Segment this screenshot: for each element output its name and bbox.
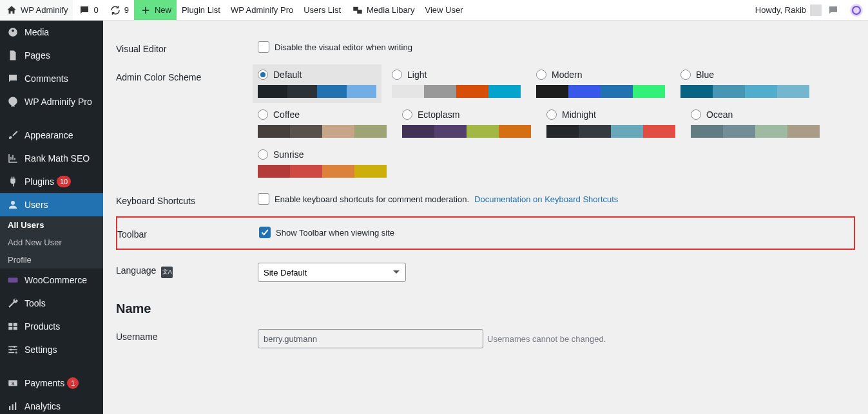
keyboard-shortcuts-doc-link[interactable]: Documentation on Keyboard Shortcuts (474, 194, 618, 204)
menu-item-woocommerce[interactable]: WooCommerce (0, 268, 103, 292)
site-home-link[interactable]: WP Adminify (0, 0, 73, 20)
menu-label: Settings (24, 344, 57, 355)
color-scheme-ectoplasm[interactable]: Ectoplasm (402, 109, 531, 138)
keyboard-shortcuts-desc: Enable keyboard shortcuts for comment mo… (275, 194, 469, 204)
chart-icon (6, 152, 19, 165)
svg-rect-3 (8, 278, 18, 283)
woo-icon (6, 274, 19, 287)
main-content: Visual Editor Disable the visual editor … (103, 21, 868, 369)
submenu-item[interactable]: Profile (0, 251, 103, 268)
notification-badge[interactable] (850, 4, 863, 17)
scheme-radio[interactable] (680, 70, 691, 80)
comment-icon (78, 4, 91, 17)
menu-item-comments[interactable]: Comments (0, 67, 103, 90)
color-scheme-modern[interactable]: Modern (536, 70, 665, 98)
scheme-label: Sunrise (273, 149, 304, 160)
swatch-row (536, 85, 665, 98)
admin-topbar: WP Adminify 0 9 New Plugin List WP Admin… (0, 0, 868, 21)
color-scheme-midnight[interactable]: Midnight (546, 109, 675, 138)
menu-label: Products (24, 321, 60, 332)
svg-rect-6 (8, 327, 12, 330)
scheme-label: Default (273, 70, 302, 80)
topbar-link[interactable]: Plugin List (177, 0, 226, 20)
scheme-radio[interactable] (258, 70, 268, 80)
color-scheme-ocean[interactable]: Ocean (691, 109, 820, 138)
user-icon (6, 198, 19, 211)
submenu-item[interactable]: Add New User (0, 234, 103, 251)
color-scheme-blue[interactable]: Blue (680, 70, 809, 98)
translate-icon: 文A (161, 267, 173, 278)
new-button[interactable]: New (134, 0, 177, 20)
scheme-radio[interactable] (392, 70, 402, 80)
products-icon (6, 320, 19, 333)
menu-item-products[interactable]: Products (0, 315, 103, 338)
swatch-row (258, 165, 387, 178)
svg-rect-1 (357, 10, 362, 14)
menu-item-users[interactable]: Users (0, 193, 103, 216)
menu-item-rank-math-seo[interactable]: Rank Math SEO (0, 147, 103, 170)
menu-item-settings[interactable]: Settings (0, 338, 103, 361)
swatch-row (392, 85, 521, 98)
menu-label: Comments (24, 73, 68, 84)
scheme-radio[interactable] (258, 109, 268, 120)
svg-rect-7 (14, 327, 17, 330)
color-scheme-sunrise[interactable]: Sunrise (258, 149, 387, 178)
admin-sidebar: MediaPagesCommentsWP Adminify ProAppeara… (0, 21, 103, 369)
svg-rect-5 (14, 323, 17, 326)
submenu-item[interactable]: All Users (0, 216, 103, 234)
menu-item-pages[interactable]: Pages (0, 44, 103, 67)
menu-item-media[interactable]: Media (0, 21, 103, 44)
scheme-radio[interactable] (402, 109, 412, 120)
keyboard-shortcuts-checkbox[interactable] (258, 193, 269, 205)
menu-label: WP Adminify Pro (24, 97, 92, 107)
scheme-label: Midnight (562, 109, 596, 120)
plus-icon (139, 4, 152, 17)
color-scheme-label: Admin Color Scheme (116, 70, 258, 82)
scheme-radio[interactable] (691, 109, 701, 120)
menu-item-plugins[interactable]: Plugins10 (0, 170, 103, 193)
color-scheme-coffee[interactable]: Coffee (258, 109, 387, 138)
comments-link[interactable]: 0 (73, 0, 103, 20)
refresh-icon (109, 4, 122, 17)
message-icon[interactable] (827, 4, 840, 17)
scheme-radio[interactable] (258, 149, 268, 160)
scheme-radio[interactable] (546, 109, 557, 120)
page-icon (6, 49, 19, 62)
svg-point-10 (14, 346, 15, 348)
toolbar-checkbox[interactable] (259, 227, 271, 238)
menu-label: Tools (24, 298, 46, 308)
menu-item-tools[interactable]: Tools (0, 292, 103, 315)
site-name: WP Adminify (21, 5, 68, 15)
color-scheme-light[interactable]: Light (392, 70, 521, 98)
menu-item-appearance[interactable]: Appearance (0, 124, 103, 147)
brush-icon (6, 129, 19, 142)
media-library-link[interactable]: Media Libary (346, 0, 420, 20)
color-scheme-default[interactable]: Default (253, 64, 381, 103)
menu-label: Rank Math SEO (24, 153, 90, 164)
toolbar-label: Toolbar (117, 227, 259, 240)
toolbar-highlight: Toolbar Show Toolbar when viewing site (116, 216, 855, 250)
svg-point-9 (10, 349, 12, 351)
account-menu[interactable]: Howdy, Rakib (750, 0, 827, 20)
swatch-row (680, 85, 809, 98)
scheme-label: Blue (696, 70, 714, 80)
scheme-radio[interactable] (536, 70, 546, 80)
comments-count: 0 (93, 5, 98, 15)
menu-label: WooCommerce (24, 275, 87, 285)
toolbar-desc: Show Toolbar when viewing site (276, 228, 394, 238)
color-scheme-picker: DefaultLightModernBlueCoffeeEctoplasmMid… (258, 70, 855, 178)
updates-link[interactable]: 9 (104, 0, 134, 20)
menu-label: Media (24, 27, 49, 37)
media-icon (6, 26, 19, 39)
menu-item-wp-adminify-pro[interactable]: WP Adminify Pro (0, 90, 103, 113)
visual-editor-checkbox[interactable] (258, 41, 269, 53)
adminify-icon (6, 95, 19, 108)
topbar-link[interactable]: Users List (298, 0, 346, 20)
scheme-label: Ocean (706, 109, 733, 120)
topbar-link[interactable]: WP Adminify Pro (226, 0, 298, 20)
updates-count: 9 (124, 5, 129, 15)
topbar-link[interactable]: View User (420, 0, 468, 20)
swatch-row (546, 125, 675, 138)
username-input[interactable] (258, 329, 483, 348)
language-select[interactable]: Site Default (258, 263, 406, 282)
